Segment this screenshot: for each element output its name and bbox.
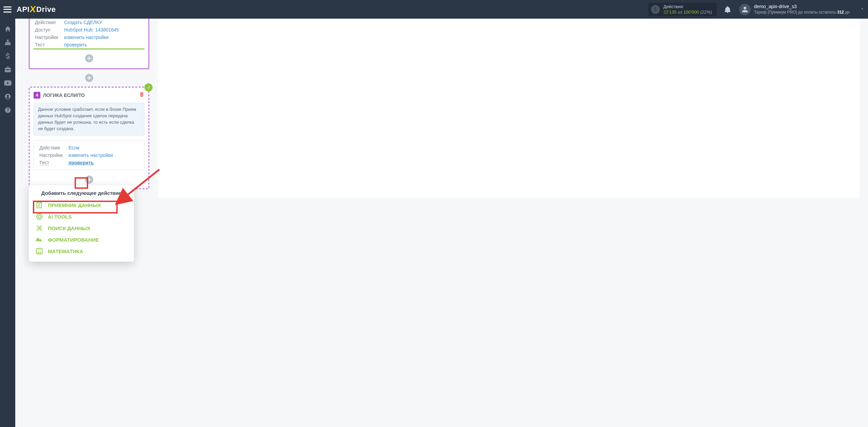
- kv-key: Настройки: [34, 34, 63, 41]
- kv-row: ДействиеЕсли: [38, 144, 140, 151]
- question-icon: [4, 107, 11, 114]
- kv-key: Тест: [38, 159, 67, 166]
- kv-link[interactable]: Создать СДЕЛКУ: [64, 20, 102, 25]
- tariff-post: | до оплаты осталось: [796, 10, 837, 15]
- kv-key: Тест: [34, 41, 63, 48]
- logic-details: ДействиеЕслиНастройкиизменить настройкиТ…: [34, 140, 144, 170]
- user-text: demo_apix-drive_s3 Тариф |Премиум PRO| д…: [754, 4, 850, 15]
- username: demo_apix-drive_s3: [754, 4, 850, 10]
- actions-sep: из: [678, 9, 682, 15]
- youtube-icon: [4, 80, 12, 86]
- kv-value: изменить настройки: [63, 34, 144, 41]
- briefcase-icon: [4, 66, 11, 73]
- ai-icon: [35, 213, 44, 220]
- user-menu[interactable]: demo_apix-drive_s3 Тариф |Премиум PRO| д…: [739, 4, 865, 15]
- delete-logic-button[interactable]: [139, 92, 144, 99]
- svg-rect-9: [37, 248, 42, 254]
- info-icon: i: [651, 5, 660, 14]
- kv-link[interactable]: изменить настройки: [64, 35, 108, 40]
- nav-rail: [0, 19, 15, 427]
- nav-billing[interactable]: [0, 49, 15, 63]
- logic-card: 4 ЛОГИКА ЕСЛИ/ТО Данное условие сработае…: [29, 87, 149, 189]
- nav-youtube[interactable]: [0, 76, 15, 90]
- nav-help[interactable]: [0, 103, 15, 117]
- kv-link[interactable]: проверить: [68, 160, 94, 165]
- svg-rect-1: [5, 44, 6, 45]
- kv-value: HubSpot Hub: 143801645: [63, 26, 144, 34]
- menu-item-label: AI TOOLS: [48, 214, 72, 220]
- actions-counter[interactable]: i Действия: 22'135 из 100'000 (22%): [648, 3, 716, 16]
- flow-column: ДействиеСоздать СДЕЛКУДоступHubSpot Hub:…: [29, 19, 149, 189]
- logo-x-icon: X: [29, 4, 37, 15]
- nav-account[interactable]: [0, 90, 15, 103]
- sitemap-icon: [4, 39, 11, 46]
- add-action-menu: Добавить следующее действие ПРИЕМНИК ДАН…: [29, 185, 134, 262]
- nav-sitemap[interactable]: [0, 36, 15, 49]
- nav-home[interactable]: [0, 22, 15, 36]
- menu-title: Добавить следующее действие: [29, 190, 134, 196]
- notifications-button[interactable]: [723, 5, 732, 14]
- logo-text-pre: API: [17, 5, 29, 14]
- format-icon: Aa: [35, 236, 44, 243]
- kv-row: Настройкиизменить настройки: [34, 34, 144, 41]
- kv-value: Если: [67, 144, 140, 151]
- actions-text: Действия: 22'135 из 100'000 (22%): [663, 4, 712, 15]
- tariff-days-suffix: дн: [844, 10, 850, 15]
- kv-link[interactable]: изменить настройки: [68, 152, 113, 158]
- logo-text-post: Drive: [36, 5, 56, 14]
- menu-item-label: МАТЕМАТИКА: [48, 248, 83, 254]
- menu-item-search[interactable]: ПОИСК ДАННЫХ: [29, 222, 134, 234]
- receiver-icon: [35, 201, 44, 209]
- menu-item-label: ФОРМАТИРОВАНИЕ: [48, 237, 99, 243]
- math-icon: [35, 247, 44, 255]
- dollar-icon: [6, 53, 10, 59]
- add-step-button-logic[interactable]: [85, 176, 93, 184]
- svg-rect-2: [7, 44, 8, 45]
- status-ok-badge: [144, 83, 153, 92]
- home-icon: [4, 25, 11, 32]
- logic-header: 4 ЛОГИКА ЕСЛИ/ТО: [34, 92, 144, 99]
- kv-key: Настройки: [38, 151, 67, 159]
- topbar: API X Drive i Действия: 22'135 из 100'00…: [0, 0, 868, 19]
- menu-item-label: ПРИЕМНИК ДАННЫХ: [48, 202, 101, 208]
- kv-row: Настройкиизменить настройки: [38, 151, 140, 159]
- add-step-button-inside[interactable]: [85, 54, 93, 62]
- kv-row: Тестпроверить: [34, 41, 144, 48]
- menu-item-receiver[interactable]: ПРИЕМНИК ДАННЫХ: [29, 199, 134, 211]
- svg-point-5: [38, 215, 40, 218]
- logic-description: Данное условие сработает, если в блоке П…: [34, 103, 144, 136]
- kv-value: Создать СДЕЛКУ: [63, 19, 144, 26]
- bell-icon: [725, 6, 731, 13]
- menu-item-math[interactable]: МАТЕМАТИКА: [29, 245, 134, 257]
- content-panel: [158, 19, 860, 198]
- menu-item-format[interactable]: AaФОРМАТИРОВАНИЕ: [29, 234, 134, 245]
- nav-briefcase[interactable]: [0, 63, 15, 76]
- menu-item-ai[interactable]: AI TOOLS: [29, 211, 134, 222]
- chevron-down-icon: [860, 6, 865, 13]
- trash-icon: [139, 92, 144, 98]
- svg-text:Aa: Aa: [36, 238, 41, 243]
- svg-rect-0: [7, 40, 8, 41]
- kv-value: проверить: [63, 41, 144, 48]
- logo[interactable]: API X Drive: [17, 4, 56, 15]
- menu-item-label: ПОИСК ДАННЫХ: [48, 225, 90, 231]
- kv-link[interactable]: Если: [68, 145, 79, 150]
- add-step-button-between[interactable]: [85, 74, 93, 82]
- user-icon: [4, 93, 11, 100]
- avatar-icon: [739, 4, 751, 15]
- actions-pct: (22%): [700, 9, 712, 15]
- destination-details: ДействиеСоздать СДЕЛКУДоступHubSpot Hub:…: [34, 19, 144, 49]
- actions-label: Действия:: [663, 4, 712, 9]
- kv-value: изменить настройки: [67, 151, 140, 159]
- menu-toggle[interactable]: [3, 6, 12, 13]
- kv-key: Действие: [34, 19, 63, 26]
- kv-row: Тестпроверить: [38, 159, 140, 166]
- kv-link[interactable]: HubSpot Hub: 143801645: [64, 27, 119, 33]
- kv-link[interactable]: проверить: [64, 42, 87, 47]
- tariff-pre: Тариф |: [754, 10, 769, 15]
- logic-title: ЛОГИКА ЕСЛИ/ТО: [43, 93, 85, 98]
- kv-value: проверить: [67, 159, 140, 166]
- kv-row: ДоступHubSpot Hub: 143801645: [34, 26, 144, 34]
- logic-step-number: 4: [34, 92, 40, 99]
- kv-key: Доступ: [34, 26, 63, 34]
